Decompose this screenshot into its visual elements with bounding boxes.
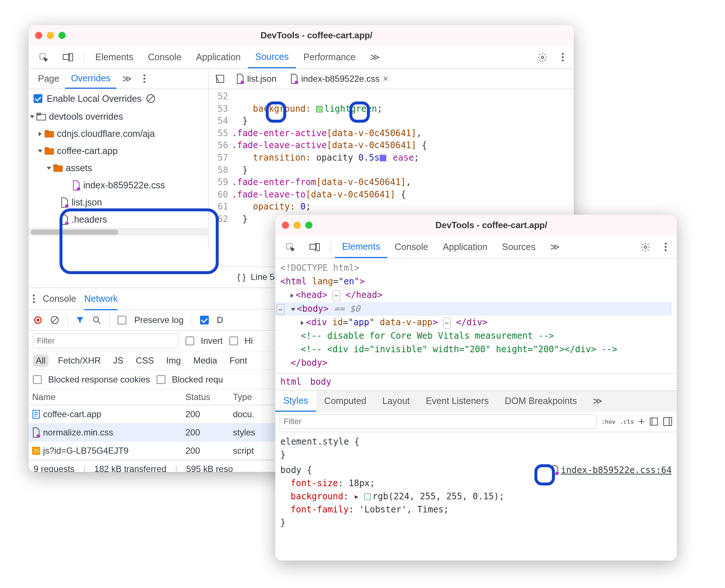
svg-rect-9	[45, 130, 49, 132]
hide-label: Hi	[245, 336, 253, 346]
kebab-icon[interactable]	[138, 69, 151, 89]
svg-text:JS: JS	[33, 448, 39, 454]
tab-application[interactable]: Application	[189, 46, 248, 68]
maximize-icon[interactable]	[305, 222, 312, 229]
more-tabs[interactable]: ≫	[543, 236, 567, 258]
inspect-icon[interactable]	[31, 46, 55, 68]
more-tabs[interactable]: ≫	[363, 46, 387, 68]
device-icon[interactable]	[55, 46, 80, 68]
styles-pane[interactable]: element.style { } body { index-b859522e.…	[275, 432, 677, 532]
close-tab-icon[interactable]: ✕	[383, 74, 389, 83]
tab-application[interactable]: Application	[436, 236, 495, 258]
tree-folder-coffeecart[interactable]: coffee-cart.app	[28, 142, 208, 160]
minimize-icon[interactable]	[47, 32, 54, 39]
kebab-icon[interactable]	[657, 236, 674, 258]
tree-file-json[interactable]: list.json	[28, 194, 208, 211]
tab-console[interactable]: Console	[141, 46, 189, 68]
inspect-icon[interactable]	[278, 236, 302, 258]
traffic-lights	[35, 32, 66, 39]
toggle-navigator-icon[interactable]	[212, 74, 228, 83]
tree-folder-cdnjs[interactable]: cdnjs.cloudflare.com/aja	[28, 125, 208, 142]
tab-performance[interactable]: Performance	[296, 46, 363, 68]
gear-icon[interactable]	[633, 236, 657, 258]
editor-tab-indexcss[interactable]: index-b859522e.css✕	[284, 69, 395, 89]
drawer-tab-network[interactable]: Network	[84, 293, 118, 310]
subtab-page[interactable]: Page	[32, 69, 65, 89]
svg-point-31	[37, 434, 40, 438]
pretty-print-icon[interactable]: { }	[237, 272, 246, 282]
styles-tab-computed[interactable]: Computed	[316, 391, 374, 412]
svg-point-16	[65, 222, 69, 225]
styles-tab-dombreakpoints[interactable]: DOM Breakpoints	[497, 391, 585, 412]
chip-css[interactable]: CSS	[133, 354, 157, 367]
styles-tab-layout[interactable]: Layout	[374, 391, 418, 412]
blocked-cookies-checkbox[interactable]	[33, 375, 42, 384]
invert-checkbox[interactable]	[185, 337, 194, 345]
blocked-requests-checkbox[interactable]	[157, 375, 165, 384]
subtab-overrides[interactable]: Overrides	[65, 69, 116, 89]
styles-tab-listeners[interactable]: Event Listeners	[418, 391, 497, 412]
close-icon[interactable]	[282, 222, 289, 229]
kebab-icon[interactable]	[555, 46, 571, 68]
gear-icon[interactable]	[530, 46, 555, 68]
panel-icon[interactable]	[663, 417, 672, 426]
tree-folder-assets[interactable]: assets	[28, 160, 208, 177]
tree-folder-root[interactable]: devtools overrides	[28, 108, 208, 125]
tab-sources[interactable]: Sources	[248, 46, 296, 68]
window-title: DevTools - coffee-cart.app/	[312, 220, 670, 230]
tree-file-css[interactable]: index-b859522e.css	[28, 177, 208, 194]
hov-toggle[interactable]: :hov	[601, 418, 615, 425]
preserve-log-checkbox[interactable]	[118, 316, 126, 324]
source-link[interactable]: index-b859522e.css:64	[552, 464, 672, 477]
kebab-icon[interactable]	[33, 295, 35, 303]
cls-toggle[interactable]: .cls	[620, 418, 634, 425]
svg-rect-39	[664, 418, 672, 426]
invert-label: Invert	[201, 336, 223, 346]
enable-overrides-checkbox[interactable]	[34, 94, 42, 103]
window-title: DevTools - coffee-cart.app/	[66, 30, 567, 41]
minimize-icon[interactable]	[294, 222, 301, 229]
filter-icon[interactable]	[76, 316, 84, 324]
network-filter-input[interactable]	[33, 334, 179, 348]
chip-all[interactable]: All	[33, 354, 49, 367]
horizontal-scrollbar[interactable]	[28, 228, 208, 235]
tab-sources[interactable]: Sources	[495, 236, 543, 258]
device-preview-icon[interactable]	[649, 417, 659, 426]
device-icon[interactable]	[302, 236, 327, 258]
editor-tab-listjson[interactable]: list.json	[230, 69, 282, 89]
svg-point-25	[93, 317, 99, 322]
svg-point-15	[65, 204, 69, 208]
chip-font[interactable]: Font	[227, 354, 250, 367]
clear-icon[interactable]	[146, 94, 156, 103]
chip-img[interactable]: Img	[163, 354, 184, 367]
enable-overrides-label: Enable Local Overrides	[47, 93, 142, 104]
dom-tree[interactable]: <!DOCTYPE html> <html lang="en"> <head> …	[275, 258, 677, 373]
styles-tab-styles[interactable]: Styles	[275, 391, 316, 412]
subtab-more[interactable]: ≫	[116, 69, 138, 89]
svg-point-14	[77, 187, 80, 191]
svg-rect-38	[650, 418, 657, 425]
tab-elements[interactable]: Elements	[88, 46, 141, 68]
chip-fetch[interactable]: Fetch/XHR	[55, 354, 104, 367]
close-icon[interactable]	[35, 32, 42, 39]
tab-elements[interactable]: Elements	[335, 236, 387, 258]
chip-media[interactable]: Media	[190, 354, 220, 367]
search-icon[interactable]	[92, 316, 101, 324]
clear-icon[interactable]	[50, 316, 59, 324]
svg-point-19	[241, 81, 244, 84]
chip-js[interactable]: JS	[110, 354, 126, 367]
add-rule-icon[interactable]: +	[638, 415, 645, 428]
styles-filter-input[interactable]	[280, 414, 597, 429]
hide-checkbox[interactable]	[229, 337, 238, 345]
svg-point-41	[555, 472, 559, 475]
record-icon[interactable]	[34, 316, 42, 324]
drawer-tab-console[interactable]: Console	[43, 293, 76, 304]
disable-cache-checkbox[interactable]	[200, 316, 209, 324]
tree-file-headers[interactable]: .headers	[28, 211, 208, 228]
maximize-icon[interactable]	[58, 32, 66, 39]
breadcrumb[interactable]: html body	[275, 373, 677, 391]
main-tab-bar: Elements Console Application Sources Per…	[28, 46, 574, 69]
more-tabs[interactable]: ≫	[585, 391, 610, 412]
svg-rect-11	[45, 147, 49, 149]
tab-console[interactable]: Console	[387, 236, 436, 258]
